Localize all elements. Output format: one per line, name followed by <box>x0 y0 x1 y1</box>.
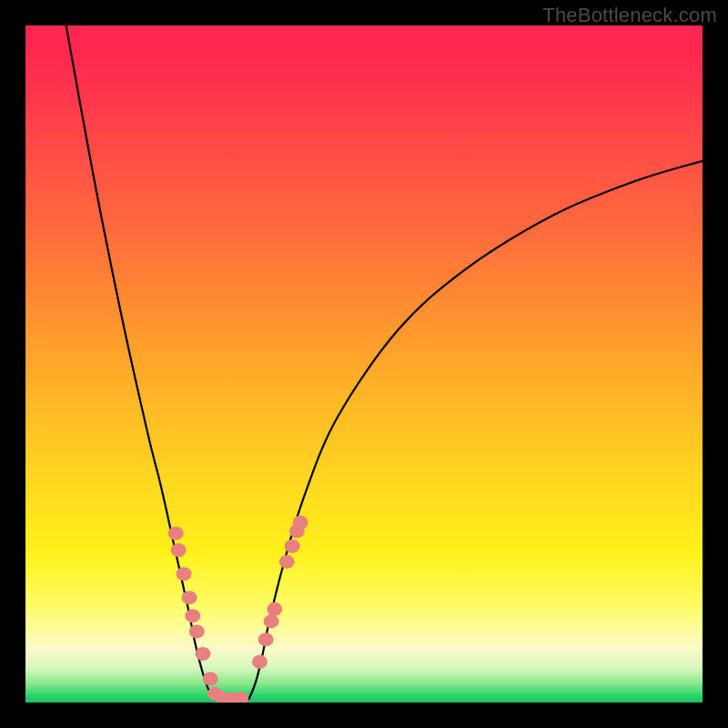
data-marker <box>203 672 218 685</box>
markers-left <box>168 527 248 703</box>
data-marker <box>171 543 187 557</box>
data-marker <box>267 602 282 616</box>
data-marker <box>285 540 300 553</box>
data-marker <box>182 591 197 604</box>
data-marker <box>177 567 192 581</box>
data-marker <box>252 655 268 669</box>
data-marker <box>293 516 308 530</box>
watermark-text: TheBottleneck.com <box>542 4 717 27</box>
data-marker <box>168 527 184 541</box>
data-marker <box>264 614 279 628</box>
curve-overlay <box>25 25 703 703</box>
data-marker <box>258 632 274 646</box>
markers-right <box>252 516 308 669</box>
data-marker <box>185 609 200 622</box>
chart-frame: TheBottleneck.com <box>0 0 728 728</box>
data-marker <box>189 624 205 638</box>
data-marker <box>195 647 210 661</box>
plot-area <box>25 25 703 703</box>
data-marker <box>279 555 295 569</box>
curve-right <box>249 161 703 699</box>
